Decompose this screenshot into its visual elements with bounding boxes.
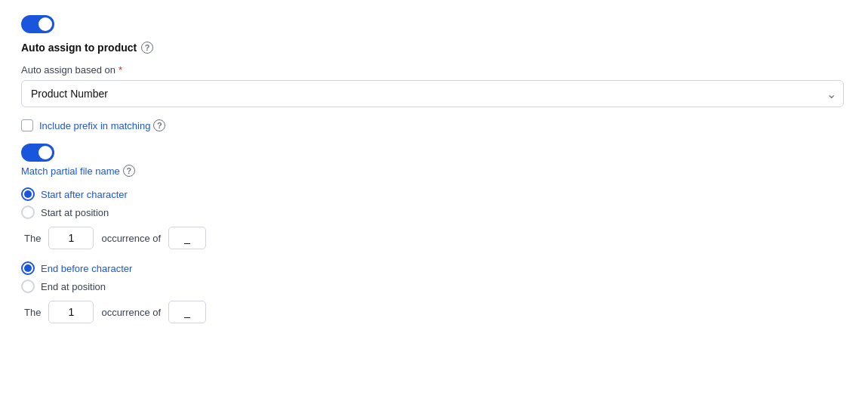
page-title: Auto assign to product (21, 42, 137, 54)
include-prefix-checkbox[interactable] (21, 119, 33, 131)
auto-assign-dropdown[interactable]: Product Number Product Name SKU Barcode (21, 80, 844, 107)
auto-assign-label-row: Auto assign based on * (21, 64, 847, 76)
start-at-position-label: Start at position (41, 207, 109, 218)
start-the-label: The (24, 233, 41, 244)
match-toggle-thumb (38, 146, 52, 159)
top-toggle-section: Auto assign to product ? (21, 15, 847, 54)
start-occurrence-label: occurrence of (101, 233, 161, 244)
end-occurrence-input[interactable] (48, 301, 94, 323)
match-partial-toggle[interactable] (21, 144, 54, 162)
include-prefix-label[interactable]: Include prefix in matching ? (39, 119, 165, 131)
auto-assign-based-on-section: Auto assign based on * Product Number Pr… (21, 64, 847, 107)
auto-assign-label: Auto assign based on (21, 64, 115, 76)
start-char-input[interactable] (168, 227, 206, 249)
end-at-position-radio[interactable] (21, 280, 35, 293)
start-after-char-radio[interactable] (21, 187, 35, 201)
start-at-position-row: Start at position (21, 206, 847, 219)
include-prefix-text: Include prefix in matching (39, 120, 150, 131)
dropdown-wrapper: Product Number Product Name SKU Barcode … (21, 80, 847, 107)
start-at-position-radio[interactable] (21, 206, 35, 219)
match-partial-label: Match partial file name ? (21, 165, 847, 177)
end-char-input[interactable] (168, 301, 206, 323)
start-after-char-label: Start after character (41, 189, 128, 200)
required-star: * (119, 64, 122, 76)
end-occurrence-label: occurrence of (101, 307, 161, 318)
end-occurrence-row: The occurrence of (21, 301, 847, 323)
match-partial-text: Match partial file name (21, 165, 120, 177)
include-prefix-row: Include prefix in matching ? (21, 119, 847, 131)
match-partial-toggle-row (21, 144, 847, 162)
end-at-position-label: End at position (41, 281, 106, 292)
title-help-icon[interactable]: ? (141, 42, 153, 54)
start-occurrence-row: The occurrence of (21, 227, 847, 249)
start-occurrence-input[interactable] (48, 227, 94, 249)
end-options-group: End before character End at position (21, 261, 847, 293)
match-toggle-track (21, 144, 54, 162)
match-partial-help-icon[interactable]: ? (123, 165, 135, 177)
auto-assign-toggle[interactable] (21, 15, 54, 33)
end-before-char-label: End before character (41, 263, 132, 274)
start-options-group: Start after character Start at position (21, 187, 847, 219)
end-the-label: The (24, 307, 41, 318)
match-partial-label-row: Match partial file name ? (21, 165, 847, 177)
toggle-thumb (38, 17, 52, 31)
title-row: Auto assign to product ? (21, 42, 847, 54)
end-before-char-row: End before character (21, 261, 847, 275)
end-at-position-row: End at position (21, 280, 847, 293)
start-after-char-row: Start after character (21, 187, 847, 201)
include-prefix-help-icon[interactable]: ? (153, 119, 165, 131)
end-before-char-radio[interactable] (21, 261, 35, 275)
toggle-track (21, 15, 54, 33)
